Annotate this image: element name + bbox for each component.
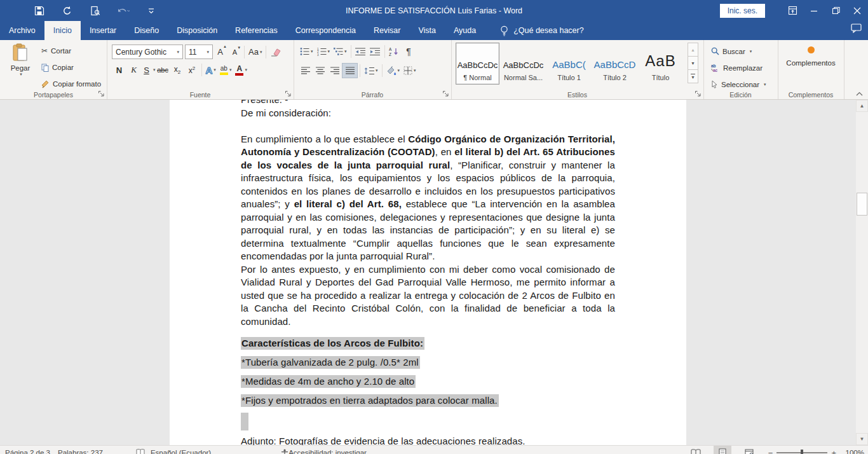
chevron-down-icon: ▾ (376, 68, 378, 73)
increase-indent-icon[interactable] (368, 45, 383, 58)
document-canvas[interactable]: Presente. - De mi consideración: En cump… (0, 100, 856, 445)
bold-button[interactable]: N (112, 63, 126, 77)
zoom-in-icon[interactable]: + (831, 448, 836, 454)
clear-formatting-icon[interactable] (268, 45, 283, 59)
document-page[interactable]: Presente. - De mi consideración: En cump… (170, 100, 686, 445)
style-normal[interactable]: AaBbCcDc ¶ Normal (456, 43, 499, 85)
close-button[interactable] (846, 0, 868, 21)
superscript-button[interactable]: x2 (185, 63, 200, 77)
copy-button[interactable]: Copiar (39, 60, 103, 74)
font-name-combobox[interactable]: Century Gothic ▾ (112, 45, 183, 59)
grow-font-button[interactable]: A▲ (213, 45, 227, 59)
strikethrough-button[interactable]: abc (156, 63, 170, 77)
style-preview: AaBbCcDc (458, 60, 498, 70)
zoom-slider[interactable] (776, 452, 827, 453)
shading-button[interactable]: ▾ (384, 65, 402, 76)
scroll-down-icon[interactable]: ▼ (856, 433, 868, 445)
highlight-button[interactable]: ab ▾ (218, 65, 234, 76)
tab-ayuda[interactable]: Ayuda (445, 21, 485, 40)
line-spacing-button[interactable]: ▾ (362, 66, 380, 76)
chevron-down-icon: ▾ (311, 49, 313, 54)
shrink-font-button[interactable]: A▼ (227, 45, 242, 59)
subscript-button[interactable]: x2 (170, 63, 185, 77)
scroll-up-icon[interactable]: ▲ (856, 100, 868, 112)
word-count[interactable]: Palabras: 237 (58, 449, 103, 454)
style-titulo[interactable]: AaB Título (639, 43, 682, 85)
multilevel-list-button[interactable]: ▾ (332, 46, 349, 57)
font-size-combobox[interactable]: 11 ▾ (185, 45, 213, 59)
tab-vista[interactable]: Vista (409, 21, 445, 40)
styles-scroll-down-icon[interactable]: ▼ (688, 56, 698, 70)
scrollbar-thumb[interactable] (857, 193, 867, 216)
underline-button[interactable]: S (141, 63, 152, 77)
show-marks-button[interactable]: ¶ (402, 45, 416, 58)
tell-me-box[interactable]: ¿Qué desea hacer? (494, 21, 590, 40)
collapse-ribbon-icon[interactable] (854, 89, 864, 98)
group-label-parrafo: Párrafo (294, 91, 451, 99)
print-preview-icon[interactable] (89, 4, 102, 17)
web-layout-icon[interactable] (740, 446, 758, 454)
save-icon[interactable] (33, 4, 46, 17)
tab-correspondencia[interactable]: Correspondencia (287, 21, 365, 40)
style-titulo-1[interactable]: AaBbC( Título 1 (547, 43, 591, 85)
tab-disposicion[interactable]: Disposición (168, 21, 226, 40)
addins-button[interactable]: Complementos (778, 46, 844, 67)
cut-label: Cortar (51, 47, 71, 55)
proofing-icon[interactable] (136, 448, 146, 454)
decrease-indent-icon[interactable] (353, 45, 368, 58)
tab-referencias[interactable]: Referencias (226, 21, 287, 40)
justify-icon[interactable] (342, 63, 358, 78)
paste-button[interactable]: Pegar ▾ (5, 43, 36, 77)
page-indicator[interactable]: Página 2 de 3 (5, 449, 50, 454)
zoom-percentage[interactable]: 100% (841, 449, 864, 454)
tab-archivo[interactable]: Archivo (0, 21, 44, 40)
language-indicator[interactable]: Español (Ecuador) (151, 449, 211, 454)
bullets-button[interactable]: ▾ (298, 46, 315, 57)
vertical-scrollbar[interactable]: ▲ ▼ (856, 100, 868, 445)
borders-button[interactable]: ▾ (402, 65, 418, 76)
customize-quick-access-icon[interactable] (145, 4, 158, 17)
find-button[interactable]: Buscar ▾ (709, 44, 768, 58)
numbering-button[interactable]: 123 ▾ (315, 46, 332, 57)
tab-inicio[interactable]: Inicio (44, 21, 81, 40)
font-dialog-launcher-icon[interactable] (285, 90, 292, 97)
text-effects-button[interactable]: A ▾ (204, 64, 218, 76)
sign-in-button[interactable]: Inic. ses. (720, 4, 765, 18)
accessibility-status[interactable]: Accesibilidad: investigar (288, 449, 367, 454)
styles-gallery-more-icon[interactable]: ▼ (688, 69, 698, 83)
styles-scroll-up-icon[interactable]: ▲ (688, 43, 698, 57)
align-center-icon[interactable] (313, 64, 327, 78)
sort-icon[interactable]: AZ (387, 45, 402, 58)
zoom-slider-thumb[interactable] (801, 450, 803, 454)
group-portapapeles: Pegar ▾ ✂ Cortar Copiar Copiar formato P… (0, 40, 107, 99)
minimize-button[interactable] (803, 0, 825, 21)
ribbon-display-options-icon[interactable] (782, 0, 803, 21)
change-case-button[interactable]: Aa ▾ (247, 46, 264, 57)
style-titulo-2[interactable]: AaBbCcD Título 2 (593, 43, 637, 85)
print-layout-icon[interactable] (714, 446, 731, 454)
select-button[interactable]: Seleccionar ▾ (709, 77, 768, 92)
ribbon: Pegar ▾ ✂ Cortar Copiar Copiar formato P… (0, 40, 868, 100)
accessibility-icon[interactable] (281, 449, 288, 454)
read-mode-icon[interactable] (687, 446, 705, 454)
repeat-icon[interactable] (61, 4, 74, 17)
align-left-icon[interactable] (298, 64, 313, 78)
tab-diseno[interactable]: Diseño (125, 21, 168, 40)
tab-revisar[interactable]: Revisar (365, 21, 409, 40)
tab-insertar[interactable]: Insertar (81, 21, 125, 40)
chevron-down-icon: ▾ (6, 72, 36, 77)
cut-button[interactable]: ✂ Cortar (39, 44, 103, 58)
styles-dialog-launcher-icon[interactable] (695, 90, 702, 97)
clipboard-dialog-launcher-icon[interactable] (98, 90, 105, 97)
font-color-button[interactable]: A ▾ (233, 64, 249, 76)
style-normal-sa[interactable]: AaBbCcDc Normal Sa... (501, 43, 545, 85)
format-painter-button[interactable]: Copiar formato (39, 77, 103, 91)
find-label: Buscar (722, 48, 745, 55)
zoom-out-icon[interactable]: − (768, 448, 773, 454)
restore-button[interactable] (825, 0, 846, 21)
replace-button[interactable]: abac Reemplazar (709, 60, 768, 75)
comments-icon[interactable] (851, 24, 862, 33)
italic-button[interactable]: K (126, 63, 141, 77)
paragraph-dialog-launcher-icon[interactable] (442, 90, 449, 97)
align-right-icon[interactable] (327, 64, 342, 78)
